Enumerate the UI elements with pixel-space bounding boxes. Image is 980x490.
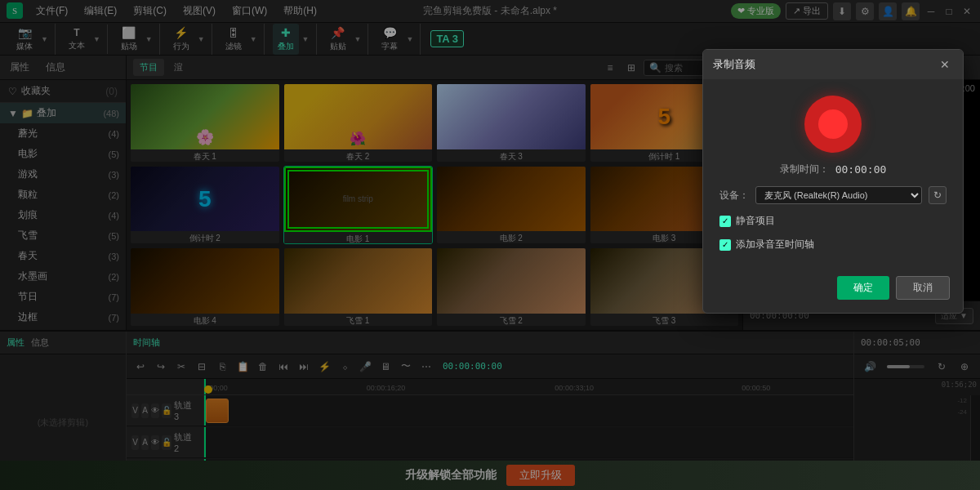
record-time-label: 录制时间： xyxy=(780,163,829,176)
refresh-device-button[interactable]: ↻ xyxy=(929,186,947,204)
mute-checkbox-row[interactable]: ✓ 静音项目 xyxy=(719,214,947,228)
record-btn-inner xyxy=(818,109,848,139)
modal-close-button[interactable]: ✕ xyxy=(937,56,953,73)
record-time-value: 00:00:00 xyxy=(835,163,887,176)
modal-overlay: 录制音频 ✕ 录制时间： 00:00:00 设备： 麦克风 (Realtek(R… xyxy=(0,0,980,490)
add-timeline-label: 添加录音至时间轴 xyxy=(736,238,814,252)
confirm-button[interactable]: 确定 xyxy=(837,276,889,300)
modal-title: 录制音频 xyxy=(713,57,755,72)
add-to-timeline-checkbox-row[interactable]: ✓ 添加录音至时间轴 xyxy=(719,238,947,252)
modal-body: 录制时间： 00:00:00 设备： 麦克风 (Realtek(R) Audio… xyxy=(703,79,963,268)
device-label: 设备： xyxy=(719,189,749,203)
record-time-row: 录制时间： 00:00:00 xyxy=(780,163,887,176)
record-start-button[interactable] xyxy=(804,96,862,153)
record-modal: 录制音频 ✕ 录制时间： 00:00:00 设备： 麦克风 (Realtek(R… xyxy=(702,49,964,314)
modal-footer: 确定 取消 xyxy=(703,268,963,313)
modal-titlebar: 录制音频 ✕ xyxy=(703,50,963,79)
mute-checkbox[interactable]: ✓ xyxy=(719,216,731,227)
mute-label: 静音项目 xyxy=(736,214,775,228)
cancel-button[interactable]: 取消 xyxy=(896,276,950,300)
add-timeline-checkbox[interactable]: ✓ xyxy=(719,239,731,251)
device-row: 设备： 麦克风 (Realtek(R) Audio) ↻ xyxy=(719,186,947,204)
device-select[interactable]: 麦克风 (Realtek(R) Audio) xyxy=(755,186,922,204)
